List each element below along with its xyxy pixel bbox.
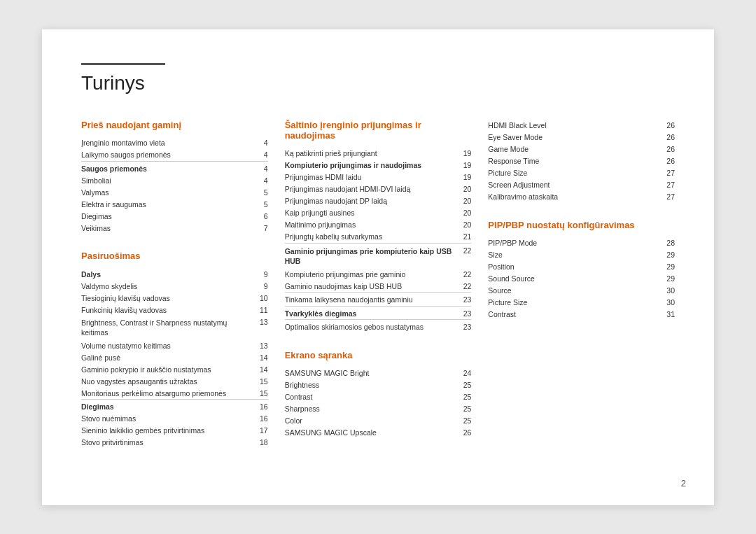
table-row: Veikimas7 <box>81 222 268 234</box>
table-row: Contrast31 <box>488 309 675 321</box>
table-row: Galinė pusė14 <box>81 351 268 363</box>
row-number: 16 <box>254 413 268 425</box>
toc-table: Ką patikrinti prieš prijungiant19Kompiut… <box>285 148 472 333</box>
table-row: Elektra ir saugumas5 <box>81 198 268 210</box>
row-number: 20 <box>457 195 471 207</box>
table-row: Tiesioginių klavišų vadovas10 <box>81 292 268 304</box>
row-label: Simboliai <box>81 174 254 186</box>
row-number: 14 <box>254 351 268 363</box>
table-row: Kalibravimo ataskaita27 <box>488 191 675 203</box>
row-number: 26 <box>457 427 471 439</box>
row-number: 23 <box>457 320 471 333</box>
row-number: 18 <box>254 437 268 449</box>
row-number: 30 <box>661 297 675 309</box>
row-label: Prijungimas naudojant HDMI-DVI laidą <box>285 183 458 195</box>
row-label: Optimalios skiriamosios gebos nustatymas <box>285 320 458 333</box>
row-label: Game Mode <box>488 143 661 155</box>
row-number: 27 <box>661 167 675 179</box>
row-number: 13 <box>254 316 268 339</box>
column-2: Šaltinio įrenginio prijungimas ir naudoj… <box>285 120 489 465</box>
table-row: Volume nustatymo keitimas13 <box>81 339 268 351</box>
section-title: Šaltinio įrenginio prijungimas ir naudoj… <box>285 120 472 141</box>
row-label: Gaminio prijungimas prie kompiuterio kai… <box>285 243 458 268</box>
table-row: Sound Source29 <box>488 273 675 285</box>
row-label: Volume nustatymo keitimas <box>81 339 254 351</box>
row-number: 14 <box>254 363 268 375</box>
table-row: Prijungtų kabelių sutvarkymas21 <box>285 231 472 244</box>
row-number: 5 <box>254 198 268 210</box>
table-row: SAMSUNG MAGIC Bright24 <box>285 367 472 379</box>
row-label: Brightness, Contrast ir Sharpness nustat… <box>81 316 254 339</box>
table-row: HDMI Black Level26 <box>488 120 675 132</box>
row-number: 30 <box>661 285 675 297</box>
row-label: Gaminio pokrypio ir aukščio nustatymas <box>81 363 254 375</box>
row-label: Ką patikrinti prieš prijungiant <box>285 148 458 160</box>
row-number: 15 <box>254 387 268 400</box>
row-label: Dalys <box>81 268 254 280</box>
row-label: Sharpness <box>285 403 458 415</box>
row-number: 4 <box>254 137 268 149</box>
table-row: Valdymo skydelis9 <box>81 280 268 292</box>
toc-table: Dalys9Valdymo skydelis9Tiesioginių klavi… <box>81 268 268 449</box>
section-title: Prieš naudojant gaminį <box>81 120 268 130</box>
table-row: Prijungimas naudojant HDMI-DVI laidą20 <box>285 183 472 195</box>
row-number: 15 <box>254 375 268 387</box>
row-label: Size <box>488 249 661 261</box>
table-row: Diegimas16 <box>81 400 268 413</box>
row-number: 19 <box>457 148 471 160</box>
section-title: Pasiruošimas <box>81 251 268 261</box>
row-number: 28 <box>661 237 675 249</box>
table-row: Monitoriaus perkėlimo atsargumo priemonė… <box>81 387 268 400</box>
row-number: 4 <box>254 149 268 162</box>
row-label: Sieninio laikiklio gembės pritvirtinimas <box>81 425 254 437</box>
section-group: Ekrano sąrankaSAMSUNG MAGIC Bright24Brig… <box>285 350 472 439</box>
row-label: Monitoriaus perkėlimo atsargumo priemonė… <box>81 387 254 400</box>
row-label: SAMSUNG MAGIC Bright <box>285 367 458 379</box>
row-number: 26 <box>661 143 675 155</box>
row-label: Veikimas <box>81 222 254 234</box>
section-group: PIP/PBP nuostatų konfigūravimasPIP/PBP M… <box>488 220 675 321</box>
row-number: 22 <box>457 280 471 293</box>
row-label: Contrast <box>488 309 661 321</box>
row-label: Picture Size <box>488 167 661 179</box>
row-label: Maitinimo prijungimas <box>285 219 458 231</box>
page-title: Turinys <box>81 72 675 94</box>
table-row: Kompiuterio prijungimas prie gaminio22 <box>285 268 472 280</box>
toc-table: HDMI Black Level26Eye Saver Mode26Game M… <box>488 120 675 203</box>
row-number: 10 <box>254 292 268 304</box>
row-label: Source <box>488 285 661 297</box>
row-number: 26 <box>661 132 675 143</box>
table-row: Valymas5 <box>81 186 268 198</box>
row-label: Nuo vagystės apsaugantis užraktas <box>81 375 254 387</box>
table-row: Size29 <box>488 249 675 261</box>
row-label: Kompiuterio prijungimas prie gaminio <box>285 268 458 280</box>
row-label: Kalibravimo ataskaita <box>488 191 661 203</box>
table-row: Kompiuterio prijungimas ir naudojimas19 <box>285 160 472 171</box>
row-number: 21 <box>457 231 471 244</box>
table-row: Dalys9 <box>81 268 268 280</box>
row-label: Diegimas <box>81 210 254 222</box>
toc-table: PIP/PBP Mode28Size29Position29Sound Sour… <box>488 237 675 321</box>
row-label: SAMSUNG MAGIC Upscale <box>285 427 458 439</box>
row-label: Stovo pritvirtinimas <box>81 437 254 449</box>
row-label: Screen Adjustment <box>488 179 661 191</box>
row-label: Įrenginio montavimo vieta <box>81 137 254 149</box>
row-number: 27 <box>661 179 675 191</box>
table-row: Sieninio laikiklio gembės pritvirtinimas… <box>81 425 268 437</box>
row-label: Response Time <box>488 155 661 167</box>
page: Turinys Prieš naudojant gaminįĮrenginio … <box>42 29 714 505</box>
row-label: Tvarkyklės diegimas <box>285 306 458 320</box>
row-number: 29 <box>661 249 675 261</box>
table-row: Source30 <box>488 285 675 297</box>
table-row: Game Mode26 <box>488 143 675 155</box>
table-row: Picture Size27 <box>488 167 675 179</box>
table-row: Eye Saver Mode26 <box>488 132 675 143</box>
table-row: Diegimas6 <box>81 210 268 222</box>
row-number: 25 <box>457 379 471 391</box>
row-label: PIP/PBP Mode <box>488 237 661 249</box>
row-number: 20 <box>457 219 471 231</box>
table-row: Ką patikrinti prieš prijungiant19 <box>285 148 472 160</box>
row-label: Gaminio naudojimas kaip USB HUB <box>285 280 458 293</box>
table-row: Prijungimas HDMI laidu19 <box>285 171 472 183</box>
row-label: Prijungimas HDMI laidu <box>285 171 458 183</box>
